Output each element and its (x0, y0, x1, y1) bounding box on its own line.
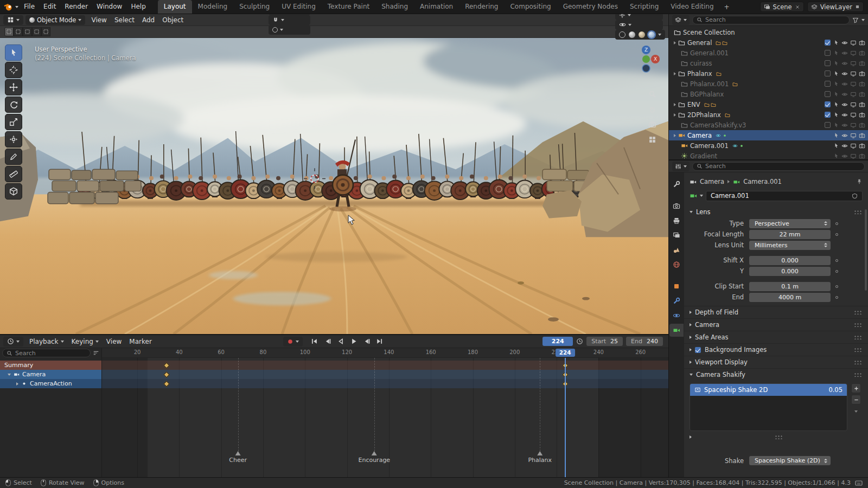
collection-checkbox[interactable] (825, 112, 831, 118)
viewlayer-selector[interactable]: ViewLayer (807, 2, 864, 12)
viewport-editor-type-button[interactable] (3, 15, 23, 25)
selectable-toggle-icon[interactable] (833, 60, 839, 66)
lens-panel-header[interactable]: Lens (684, 206, 868, 218)
selectable-toggle-icon[interactable] (833, 101, 839, 107)
navigation-gizmo[interactable]: Z X (630, 43, 662, 76)
outliner-item-cuirass[interactable]: cuirass (669, 58, 868, 68)
viewport-disable-icon[interactable] (850, 81, 857, 87)
marker-encourage[interactable]: Encourage (358, 451, 390, 464)
play-button[interactable] (347, 337, 359, 346)
viewport-disable-icon[interactable] (850, 132, 857, 139)
timeline-editor-type-button[interactable] (3, 337, 23, 346)
unlink-scene-icon[interactable] (795, 4, 800, 10)
snap-toggle[interactable] (269, 15, 310, 25)
channel-summary[interactable]: Summary (0, 361, 101, 370)
viewport-menu-select[interactable]: Select (111, 16, 138, 24)
tool-transform-button[interactable] (5, 131, 22, 147)
shift-y-field[interactable]: 0.000 (749, 267, 831, 276)
overlays-dropdown[interactable] (615, 20, 663, 30)
shake-list-item[interactable]: Spaceship Shake 2D 0.05 (690, 384, 847, 396)
id-name-field[interactable]: Camera.001 (706, 191, 863, 201)
hide-toggle-icon[interactable] (841, 101, 848, 108)
render-disable-icon[interactable] (859, 132, 865, 139)
viewport-disable-icon[interactable] (850, 60, 857, 67)
tool-cursor-button[interactable] (5, 62, 22, 78)
collection-checkbox[interactable] (825, 101, 831, 107)
viewport-disable-icon[interactable] (850, 122, 857, 129)
auto-keying-record-button[interactable] (283, 337, 303, 346)
section-depth-of-field[interactable]: Depth of Field (684, 306, 868, 318)
section-background-images[interactable]: Background Images (684, 343, 868, 356)
jump-to-end-button[interactable] (373, 337, 385, 346)
app-menu-chevron-icon[interactable] (15, 6, 18, 8)
new-viewlayer-icon[interactable] (855, 4, 860, 9)
render-disable-icon[interactable] (859, 50, 865, 56)
current-frame-field[interactable]: 224 (542, 337, 573, 346)
outliner-item-phalanx-001[interactable]: Phalanx.001 (669, 79, 868, 89)
viewport-disable-icon[interactable] (850, 143, 857, 149)
viewport-disable-icon[interactable] (850, 101, 857, 108)
clip-start-field[interactable]: 0.1 m (749, 282, 831, 291)
render-disable-icon[interactable] (859, 101, 865, 108)
camera-view-button[interactable] (648, 120, 656, 129)
marker-phalanx[interactable]: Phalanx (528, 451, 552, 464)
material-shading-button[interactable] (639, 31, 645, 38)
current-frame-badge[interactable]: 224 (556, 349, 575, 357)
properties-tab-view-layer[interactable] (669, 229, 684, 242)
menu-file[interactable]: File (20, 0, 39, 14)
workspace-tab-rendering[interactable]: Rendering (459, 0, 504, 14)
collection-checkbox[interactable] (825, 91, 831, 97)
selectable-toggle-icon[interactable] (833, 122, 839, 128)
properties-editor-type-button[interactable] (672, 162, 690, 171)
animate-dot[interactable] (835, 296, 838, 299)
hide-toggle-icon[interactable] (841, 122, 848, 129)
timeline-menu-marker[interactable]: Marker (125, 338, 155, 345)
jump-to-start-button[interactable] (308, 337, 320, 346)
render-disable-icon[interactable] (859, 112, 865, 118)
tool-add-cube-button[interactable] (5, 183, 22, 200)
workspace-tab-video-editing[interactable]: Video Editing (665, 0, 719, 14)
breadcrumb-object[interactable]: Camera (700, 178, 724, 185)
timeline-menu-keying[interactable]: Keying (68, 338, 103, 345)
animate-dot[interactable] (835, 222, 838, 225)
hide-toggle-icon[interactable] (841, 132, 848, 139)
viewport-disable-icon[interactable] (850, 91, 857, 98)
menu-edit[interactable]: Edit (39, 0, 60, 14)
zoom-button[interactable] (648, 90, 656, 98)
render-disable-icon[interactable] (859, 81, 865, 87)
properties-scrollbar[interactable] (865, 209, 867, 291)
outliner-item-phalanx[interactable]: Phalanx (669, 68, 868, 79)
animate-dot[interactable] (835, 270, 838, 273)
selectable-toggle-icon[interactable] (833, 70, 839, 76)
properties-tab-output[interactable] (669, 214, 684, 227)
next-keyframe-button[interactable] (360, 337, 372, 346)
dope-sheet-body[interactable]: CheerEncouragePhalanx (102, 358, 668, 477)
outliner-search-input[interactable]: Search (692, 16, 850, 24)
render-disable-icon[interactable] (859, 143, 865, 149)
add-workspace-button[interactable]: + (720, 3, 734, 11)
channel-camera[interactable]: Camera (0, 370, 101, 379)
breadcrumb-data[interactable]: Camera.001 (743, 178, 782, 185)
properties-tab-object[interactable] (669, 280, 684, 293)
render-disable-icon[interactable] (859, 153, 865, 159)
viewport-disable-icon[interactable] (850, 50, 857, 56)
hide-toggle-icon[interactable] (841, 91, 848, 98)
timeline-ruler[interactable]: 20406080100120140160180200220240260224 (102, 348, 668, 358)
clip-end-field[interactable]: 4000 m (749, 293, 831, 302)
playhead[interactable] (565, 358, 566, 477)
lens-unit-dropdown[interactable]: Millimeters (749, 241, 831, 250)
collection-checkbox[interactable] (825, 70, 831, 76)
expand-icon[interactable] (690, 435, 692, 439)
select-mode-subtract-button[interactable] (23, 27, 32, 36)
tool-measure-button[interactable] (5, 166, 22, 182)
render-disable-icon[interactable] (859, 91, 865, 98)
hide-toggle-icon[interactable] (841, 153, 848, 159)
selectable-toggle-icon[interactable] (833, 153, 839, 159)
scene-selector[interactable]: Scene (760, 2, 804, 12)
workspace-tab-modeling[interactable]: Modeling (192, 0, 234, 14)
select-mode-extend-button[interactable] (14, 27, 23, 36)
menu-window[interactable]: Window (92, 0, 126, 14)
hide-toggle-icon[interactable] (841, 70, 848, 77)
timeline-menu-view[interactable]: View (103, 338, 125, 345)
play-reverse-button[interactable] (334, 337, 346, 346)
